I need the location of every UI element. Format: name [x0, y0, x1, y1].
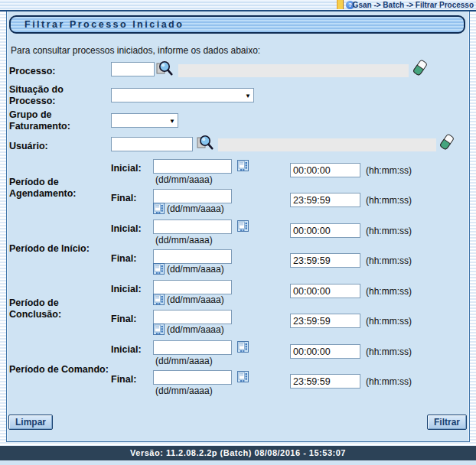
topbar-divider	[337, 0, 344, 9]
situacao-processo-select[interactable]: ▼	[111, 88, 254, 102]
final-label: Final:	[111, 374, 136, 385]
date-format-hint: (dd/mm/aaaa)	[167, 203, 224, 214]
inicial-label: Inicial:	[111, 344, 142, 355]
time-format-hint: (hh:mm:ss)	[366, 165, 412, 176]
calendar-icon[interactable]	[153, 203, 165, 214]
periodo-comando-group: Período de Comando: Inicial: (dd/mm/aaaa…	[8, 340, 467, 399]
conclusao-final-row: Final: (dd/mm/aaaa) (hh:mm:ss)	[8, 309, 467, 339]
agendamento-inicial-time-input[interactable]	[290, 163, 360, 177]
search-icon[interactable]	[196, 134, 214, 151]
version-bar: Versão: 11.2.08.2.2p (Batch) 08/08/2016 …	[0, 446, 476, 460]
comando-final-date-input[interactable]	[153, 370, 232, 385]
final-label: Final:	[111, 193, 136, 203]
top-bar: ? Gsan -> Batch -> Filtrar Processo	[0, 0, 476, 10]
grupo-row: Grupo de Faturamento: ▼	[8, 109, 467, 135]
eraser-icon[interactable]	[412, 59, 428, 77]
calendar-icon[interactable]	[153, 263, 165, 275]
inicio-final-date-input[interactable]	[153, 249, 232, 264]
periodo-agendamento-group: Período de Agendamento: Inicial: (dd/mm/…	[8, 158, 467, 218]
conclusao-inicial-row: Inicial: (dd/mm/aaaa) (hh:mm:ss)	[8, 279, 467, 309]
inicial-label: Inicial:	[111, 223, 142, 234]
calendar-icon[interactable]	[237, 160, 249, 171]
chevron-down-icon: ▼	[245, 93, 251, 99]
agendamento-inicial-date-input[interactable]	[153, 159, 232, 174]
date-format-hint: (dd/mm/aaaa)	[155, 235, 213, 246]
processo-row: Processo:	[8, 61, 467, 81]
inicio-final-time-input[interactable]	[290, 253, 360, 268]
page-title: Filtrar Processo Iniciado	[9, 15, 465, 34]
date-format-hint: (dd/mm/aaaa)	[167, 264, 224, 275]
conclusao-inicial-date-input[interactable]	[153, 280, 232, 294]
calendar-icon[interactable]	[237, 341, 249, 353]
inicial-label: Inicial:	[111, 163, 142, 174]
comando-final-time-input[interactable]	[290, 374, 360, 389]
date-format-hint: (dd/mm/aaaa)	[155, 356, 213, 366]
inicio-inicial-time-input[interactable]	[290, 223, 360, 238]
comando-inicial-time-input[interactable]	[290, 344, 360, 359]
processo-input[interactable]	[111, 62, 155, 76]
usuario-input[interactable]	[111, 137, 193, 151]
grupo-faturamento-select[interactable]: ▼	[111, 113, 178, 128]
inicio-inicial-row: Inicial: (dd/mm/aaaa) (hh:mm:ss)	[8, 219, 467, 249]
conclusao-final-time-input[interactable]	[290, 314, 360, 328]
final-label: Final:	[111, 253, 136, 264]
grupo-label: Grupo de Faturamento:	[9, 109, 70, 132]
time-format-hint: (hh:mm:ss)	[366, 316, 412, 327]
time-format-hint: (hh:mm:ss)	[366, 255, 412, 266]
date-format-hint: (dd/mm/aaaa)	[155, 174, 213, 185]
calendar-icon[interactable]	[237, 371, 249, 382]
calendar-icon[interactable]	[153, 324, 165, 335]
conclusao-final-date-input[interactable]	[153, 310, 232, 324]
agendamento-inicial-row: Inicial: (dd/mm/aaaa) (hh:mm:ss)	[8, 158, 467, 188]
situacao-label-line2: Processo:	[9, 96, 64, 107]
calendar-icon[interactable]	[153, 294, 165, 305]
situacao-row: Situação do Processo: ▼	[8, 83, 467, 110]
agendamento-final-row: Final: (dd/mm/aaaa) (hh:mm:ss)	[8, 188, 467, 218]
agendamento-final-time-input[interactable]	[290, 193, 360, 207]
search-icon[interactable]	[155, 60, 173, 77]
time-format-hint: (hh:mm:ss)	[366, 226, 412, 236]
calendar-icon[interactable]	[237, 220, 249, 232]
situacao-label-line1: Situação do	[9, 84, 64, 96]
agendamento-final-date-input[interactable]	[153, 189, 232, 203]
usuario-label: Usuário:	[9, 141, 48, 152]
processo-description-field	[178, 64, 409, 77]
filtrar-button[interactable]: Filtrar	[427, 415, 467, 430]
intro-text: Para consultar processos iniciados, info…	[11, 45, 260, 56]
situacao-label: Situação do Processo:	[9, 84, 64, 107]
comando-inicial-date-input[interactable]	[153, 340, 232, 355]
filter-panel: Filtrar Processo Iniciado Para consultar…	[6, 11, 470, 442]
limpar-button[interactable]: Limpar	[8, 415, 53, 430]
inicio-final-row: Final: (dd/mm/aaaa) (hh:mm:ss)	[8, 249, 467, 278]
grupo-label-line2: Faturamento:	[9, 121, 70, 132]
usuario-description-field	[218, 138, 436, 151]
time-format-hint: (hh:mm:ss)	[366, 195, 412, 206]
inicio-inicial-date-input[interactable]	[153, 219, 232, 234]
time-format-hint: (hh:mm:ss)	[366, 286, 412, 297]
chevron-down-icon: ▼	[169, 118, 175, 125]
periodo-inicio-group: Período de Início: Inicial: (dd/mm/aaaa)…	[8, 219, 467, 278]
bottom-strip	[0, 460, 476, 465]
eraser-icon[interactable]	[439, 133, 455, 151]
comando-final-row: Final: (dd/mm/aaaa) (hh:mm:ss)	[8, 369, 467, 399]
date-format-hint: (dd/mm/aaaa)	[155, 385, 213, 396]
time-format-hint: (hh:mm:ss)	[366, 376, 412, 387]
comando-inicial-row: Inicial: (dd/mm/aaaa) (hh:mm:ss)	[8, 340, 467, 369]
date-format-hint: (dd/mm/aaaa)	[167, 324, 224, 335]
usuario-row: Usuário:	[8, 134, 467, 157]
date-format-hint: (dd/mm/aaaa)	[167, 294, 224, 305]
grupo-label-line1: Grupo de	[9, 109, 70, 121]
time-format-hint: (hh:mm:ss)	[366, 346, 412, 357]
breadcrumb[interactable]: Gsan -> Batch -> Filtrar Processo	[353, 1, 474, 9]
final-label: Final:	[111, 314, 136, 324]
periodo-conclusao-group: Período de Conclusão: Inicial: (dd/mm/aa…	[8, 279, 467, 339]
conclusao-inicial-time-input[interactable]	[290, 284, 360, 298]
processo-label: Processo:	[9, 66, 55, 77]
inicial-label: Inicial:	[111, 284, 142, 294]
